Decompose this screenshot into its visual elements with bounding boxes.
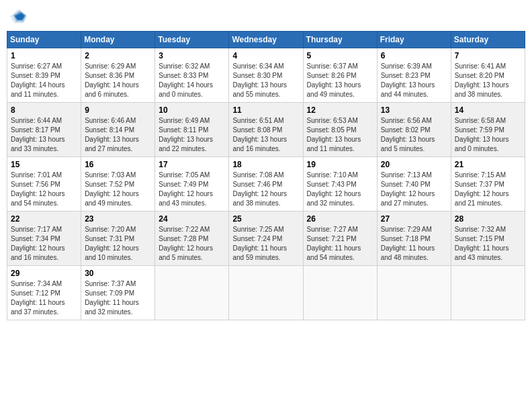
sunrise-label: Sunrise: 7:15 AM [455,171,506,179]
sunrise-label: Sunrise: 6:58 AM [455,117,506,124]
sunset-label: Sunset: 8:26 PM [307,72,357,79]
sunrise-label: Sunrise: 6:51 AM [232,117,283,124]
daylight-label: Daylight: 13 hours and 49 minutes. [307,81,361,98]
day-number: 21 [455,160,521,169]
calendar-day-cell: 30 Sunrise: 7:37 AM Sunset: 7:09 PM Dayl… [81,266,155,320]
calendar-table: SundayMondayTuesdayWednesdayThursdayFrid… [7,31,525,320]
day-info: Sunrise: 6:27 AM Sunset: 8:39 PM Dayligh… [11,62,77,99]
daylight-label: Daylight: 12 hours and 43 minutes. [159,190,213,207]
daylight-label: Daylight: 11 hours and 59 minutes. [232,244,287,261]
day-info: Sunrise: 7:05 AM Sunset: 7:49 PM Dayligh… [159,171,225,208]
sunset-label: Sunset: 8:05 PM [307,126,357,134]
calendar-week-row: 8 Sunrise: 6:44 AM Sunset: 8:17 PM Dayli… [7,103,525,157]
sunrise-label: Sunrise: 6:44 AM [11,117,62,124]
sunset-label: Sunset: 7:09 PM [85,289,134,297]
daylight-label: Daylight: 13 hours and 33 minutes. [11,136,65,152]
day-info: Sunrise: 7:32 AM Sunset: 7:15 PM Dayligh… [455,225,521,263]
day-info: Sunrise: 6:29 AM Sunset: 8:36 PM Dayligh… [85,62,151,99]
day-number: 11 [232,105,299,115]
day-info: Sunrise: 7:10 AM Sunset: 7:43 PM Dayligh… [307,171,373,208]
daylight-label: Daylight: 13 hours and 11 minutes. [307,136,361,152]
calendar-day-cell: 19 Sunrise: 7:10 AM Sunset: 7:43 PM Dayl… [303,157,377,212]
calendar-day-cell: 26 Sunrise: 7:27 AM Sunset: 7:21 PM Dayl… [303,212,377,266]
sunset-label: Sunset: 7:49 PM [159,181,208,188]
calendar-header-row: SundayMondayTuesdayWednesdayThursdayFrid… [7,32,525,48]
day-info: Sunrise: 7:20 AM Sunset: 7:31 PM Dayligh… [85,225,151,263]
sunrise-label: Sunrise: 6:27 AM [11,62,62,70]
day-number: 9 [85,105,151,115]
calendar-day-cell: 6 Sunrise: 6:39 AM Sunset: 8:23 PM Dayli… [377,48,451,103]
sunset-label: Sunset: 8:08 PM [232,126,282,134]
day-number: 4 [232,51,299,60]
calendar-day-cell [229,266,303,320]
day-info: Sunrise: 6:41 AM Sunset: 8:20 PM Dayligh… [455,62,521,99]
calendar-day-cell: 2 Sunrise: 6:29 AM Sunset: 8:36 PM Dayli… [81,48,155,103]
day-info: Sunrise: 6:34 AM Sunset: 8:30 PM Dayligh… [232,62,299,99]
sunrise-label: Sunrise: 7:17 AM [11,226,62,233]
day-info: Sunrise: 6:53 AM Sunset: 8:05 PM Dayligh… [307,116,373,154]
sunset-label: Sunset: 7:12 PM [11,289,60,297]
daylight-label: Daylight: 13 hours and 16 minutes. [232,136,287,152]
sunrise-label: Sunrise: 7:32 AM [455,226,506,233]
day-number: 15 [11,160,77,169]
daylight-label: Daylight: 12 hours and 10 minutes. [85,244,139,261]
day-info: Sunrise: 7:37 AM Sunset: 7:09 PM Dayligh… [85,279,151,317]
daylight-label: Daylight: 13 hours and 44 minutes. [381,81,435,98]
sunset-label: Sunset: 7:28 PM [159,235,208,242]
day-number: 20 [381,160,447,169]
page-header [7,7,525,26]
day-number: 6 [381,51,447,60]
daylight-label: Daylight: 14 hours and 0 minutes. [159,81,213,98]
day-number: 10 [159,105,225,115]
day-info: Sunrise: 6:51 AM Sunset: 8:08 PM Dayligh… [232,116,299,154]
sunrise-label: Sunrise: 7:25 AM [232,226,283,233]
calendar-day-cell: 10 Sunrise: 6:49 AM Sunset: 8:11 PM Dayl… [155,103,229,157]
calendar-day-cell: 13 Sunrise: 6:56 AM Sunset: 8:02 PM Dayl… [377,103,451,157]
day-info: Sunrise: 7:03 AM Sunset: 7:52 PM Dayligh… [85,171,151,208]
sunset-label: Sunset: 7:56 PM [11,181,60,188]
day-info: Sunrise: 6:32 AM Sunset: 8:33 PM Dayligh… [159,62,225,99]
calendar-day-cell [451,266,525,320]
calendar-day-cell: 27 Sunrise: 7:29 AM Sunset: 7:18 PM Dayl… [377,212,451,266]
calendar-day-cell: 5 Sunrise: 6:37 AM Sunset: 8:26 PM Dayli… [303,48,377,103]
daylight-label: Daylight: 12 hours and 49 minutes. [85,190,139,207]
logo [9,7,30,26]
day-info: Sunrise: 7:34 AM Sunset: 7:12 PM Dayligh… [11,279,77,317]
calendar-day-cell: 28 Sunrise: 7:32 AM Sunset: 7:15 PM Dayl… [451,212,525,266]
sunset-label: Sunset: 7:15 PM [455,235,504,242]
day-info: Sunrise: 6:49 AM Sunset: 8:11 PM Dayligh… [159,116,225,154]
daylight-label: Daylight: 12 hours and 21 minutes. [455,190,509,207]
day-number: 28 [455,214,521,224]
day-info: Sunrise: 7:27 AM Sunset: 7:21 PM Dayligh… [307,225,373,263]
sunset-label: Sunset: 8:02 PM [381,126,431,134]
daylight-label: Daylight: 11 hours and 43 minutes. [455,244,509,261]
calendar-day-cell: 12 Sunrise: 6:53 AM Sunset: 8:05 PM Dayl… [303,103,377,157]
calendar-day-cell: 22 Sunrise: 7:17 AM Sunset: 7:34 PM Dayl… [7,212,81,266]
sunset-label: Sunset: 7:37 PM [455,181,504,188]
day-number: 2 [85,51,151,60]
day-number: 25 [232,214,299,224]
daylight-label: Daylight: 13 hours and 55 minutes. [232,81,287,98]
daylight-label: Daylight: 11 hours and 54 minutes. [307,244,361,261]
calendar-day-cell [155,266,229,320]
day-number: 17 [159,160,225,169]
calendar-day-cell: 1 Sunrise: 6:27 AM Sunset: 8:39 PM Dayli… [7,48,81,103]
sunrise-label: Sunrise: 7:27 AM [307,226,358,233]
day-number: 3 [159,51,225,60]
day-number: 27 [381,214,447,224]
sunrise-label: Sunrise: 6:53 AM [307,117,358,124]
day-of-week-header: Friday [377,32,451,48]
day-of-week-header: Sunday [7,32,81,48]
day-info: Sunrise: 7:29 AM Sunset: 7:18 PM Dayligh… [381,225,447,263]
calendar-day-cell: 20 Sunrise: 7:13 AM Sunset: 7:40 PM Dayl… [377,157,451,212]
calendar-week-row: 15 Sunrise: 7:01 AM Sunset: 7:56 PM Dayl… [7,157,525,212]
sunrise-label: Sunrise: 7:05 AM [159,171,210,179]
calendar-day-cell: 8 Sunrise: 6:44 AM Sunset: 8:17 PM Dayli… [7,103,81,157]
sunset-label: Sunset: 8:36 PM [85,72,134,79]
sunrise-label: Sunrise: 6:56 AM [381,117,432,124]
daylight-label: Daylight: 12 hours and 54 minutes. [11,190,65,207]
daylight-label: Daylight: 14 hours and 6 minutes. [85,81,139,98]
day-number: 26 [307,214,373,224]
sunrise-label: Sunrise: 7:20 AM [85,226,136,233]
calendar-day-cell: 15 Sunrise: 7:01 AM Sunset: 7:56 PM Dayl… [7,157,81,212]
